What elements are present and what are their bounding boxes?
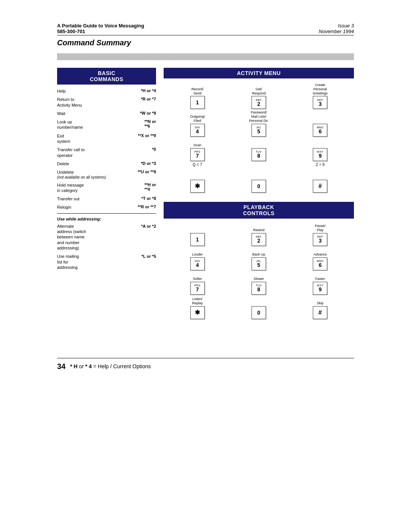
key-cell-hash: # [305,170,335,193]
key-cell-6: MNO 6 [305,114,335,137]
cmd-transfer-operator: Transfer call tooperator *0 [57,147,156,158]
pb-key-2-label: Rewind [253,223,264,232]
pb-key-8-btn[interactable]: TUV 8 [252,282,266,295]
pb-key-0-btn[interactable]: 0 [252,306,266,319]
basic-commands-title: BASIC COMMANDS [61,70,152,82]
cmd-transfer-out: Transfer out *T or *8 [57,196,156,201]
key-cell-5: Password/Mail Lists/Personal Dir. JKL 5 [244,110,274,136]
pb-key-4-label: Louder [192,248,203,257]
playback-row-2: Louder GHI 4 Back Up JKL 5 [167,248,351,270]
header-date: November 1994 [319,29,354,34]
playback-title: PLAYBACKCONTROLS [167,204,350,216]
gray-bar [57,53,354,60]
key-cell-8: TUV 8 [244,138,274,161]
header: A Portable Guide to Voice Messaging 585-… [57,23,354,35]
key-5-label: Password/Mail Lists/Personal Dir. [249,110,269,123]
cmd-undelete: Undelete **U or **8 (not available on al… [57,169,156,179]
key-1-btn[interactable]: 1 [190,96,205,109]
basic-commands-header: BASIC COMMANDS [57,68,156,85]
pb-key-cell-3: Pause/Play DEF 3 [305,223,335,246]
pb-key-cell-4: Louder GHI 4 [182,248,213,270]
key-cell-9: WXY 9 [305,138,335,161]
key-4-label: Outgoing/Filed [190,114,205,123]
key-cell-7: Scan PRS 7 [182,138,213,161]
cmd-mailing-list: Use mailinglist foraddressing *L or *5 [57,254,156,270]
pb-key-cell-5: Back Up JKL 5 [244,248,274,270]
key-8-btn[interactable]: TUV 8 [252,148,266,161]
key-2-btn[interactable]: ABC 2 [252,96,266,109]
activity-menu-title: ACTIVITY MENU [167,70,350,76]
pb-key-3-btn[interactable]: DEF 3 [313,233,327,246]
key-3-btn[interactable]: DEF 3 [313,96,327,109]
activity-menu-header: ACTIVITY MENU [164,68,354,78]
pb-key-cell-1: 1 [182,223,213,246]
q-label: Q = 7 [182,163,213,167]
key-cell-1: Record/Send 1 [182,86,213,109]
key-0-btn[interactable]: 0 [252,180,266,193]
undelete-note: (not available on all systems) [57,175,156,179]
header-right: Issue 3 November 1994 [319,23,354,34]
key-cell-0: 0 [244,170,274,193]
key-7-btn[interactable]: PRS 7 [190,148,205,161]
key-2-label: Get/Respond [252,86,266,95]
footer-divider [57,358,354,358]
header-left: A Portable Guide to Voice Messaging 585-… [57,23,144,34]
pb-key-6-btn[interactable]: MNO 6 [313,257,327,270]
divider [57,213,156,214]
key-hash-btn[interactable]: # [313,180,327,193]
pb-key-4-btn[interactable]: GHI 4 [190,257,205,270]
cmd-help: Help *H or *4 [57,88,156,94]
key-cell-3: CreatePersonalGreetings DEF 3 [305,83,335,109]
right-col: ACTIVITY MENU Record/Send 1 Get/Respond … [164,68,354,324]
key-5-btn[interactable]: JKL 5 [252,124,266,137]
activity-row-2: Outgoing/Filed GHI 4 Password/Mail Lists… [167,110,351,136]
key-6-btn[interactable]: MNO 6 [313,124,327,137]
key-3-label: CreatePersonalGreetings [313,83,328,95]
page-number: 34 [57,362,65,371]
cmd-relogin: Relogin **R or **7 [57,204,156,210]
pb-key-7-btn[interactable]: PRS 7 [190,282,205,295]
pb-key-9-btn[interactable]: WXY 9 [313,282,327,295]
activity-row-1: Record/Send 1 Get/Respond ABC 2 Create [167,83,351,109]
key-9-btn[interactable]: WXY 9 [313,148,327,161]
cmd-hold: Hold messagein category **H or**4 [57,182,156,193]
activity-keypad: Record/Send 1 Get/Respond ABC 2 Create [164,81,354,197]
playback-keypad: 1 Rewind ABC 2 Pause/Play DEF [164,222,354,324]
playback-row-3: Softer PRS 7 Slower TUV 8 [167,272,351,295]
pb-key-hash-btn[interactable]: # [313,306,327,319]
pb-key-8-label: Slower [253,272,264,281]
pb-key-1-btn[interactable]: 1 [190,233,205,246]
cmd-lookup: Look upnumber/name **N or**6 [57,119,156,130]
pb-key-cell-0: 0 [244,296,274,319]
page-title: Command Summary [57,38,354,47]
pb-key-5-btn[interactable]: JKL 5 [252,257,266,270]
pb-key-star-label: Listen/Replay [192,296,203,305]
pb-key-hash-label: Skip [317,296,324,305]
key-4-btn[interactable]: GHI 4 [190,124,205,137]
header-title: A Portable Guide to Voice Messaging [57,23,144,29]
key-1-label: Record/Send [191,86,204,95]
footer-area: 34 * H or * 4 = Help / Current Options [57,347,354,371]
basic-commands-section: BASIC COMMANDS Help *H or *4 Return toAc… [57,68,164,324]
key-star-btn[interactable]: ✱ [190,180,205,193]
activity-row-3: Scan PRS 7 TUV 8 [167,138,351,161]
key-cell-2: Get/Respond ABC 2 [244,86,274,109]
pb-key-cell-2: Rewind ABC 2 [244,223,274,246]
pb-key-cell-hash: Skip # [305,296,335,319]
pb-key-6-label: Advance [314,248,327,257]
playback-row-special: Listen/Replay ✱ 0 Skip # [167,296,351,319]
pb-key-cell-9: Faster WXY 9 [305,272,335,295]
use-while-addressing-label: Use while addressing: [57,217,156,221]
pb-key-9-label: Faster [315,272,325,281]
pb-key-star-btn[interactable]: ✱ [190,306,205,319]
cmd-return: Return toActivity Menu *R or *7 [57,97,156,108]
pb-key-cell-star: Listen/Replay ✱ [182,296,213,319]
pb-key-cell-7: Softer PRS 7 [182,272,213,295]
pb-key-cell-8: Slower TUV 8 [244,272,274,295]
qz-row: Q = 7 Z = 9 [167,163,351,167]
pb-key-2-btn[interactable]: ABC 2 [252,233,266,246]
cmd-exit: Exitsystem **X or **9 [57,133,156,144]
cmd-delete: Delete *D or *3 [57,161,156,166]
footer-text: * H or * 4 = Help / Current Options [70,363,151,369]
activity-row-special: ✱ 0 # [167,170,351,193]
